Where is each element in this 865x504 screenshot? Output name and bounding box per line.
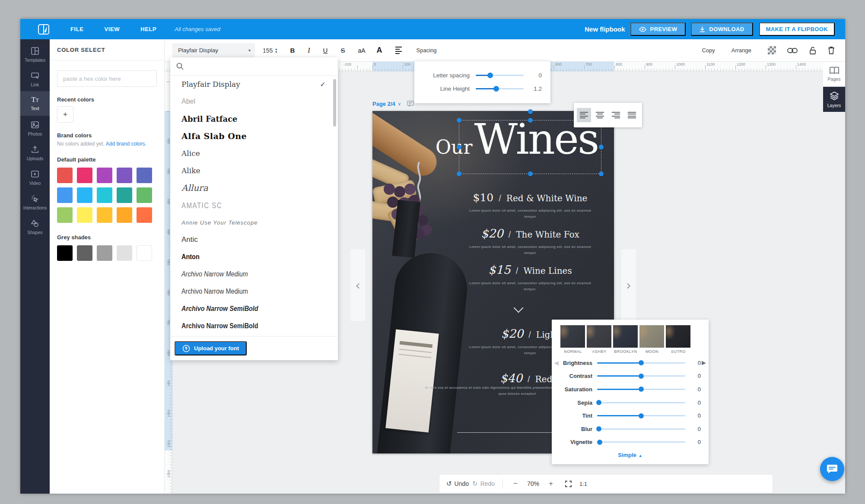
fullscreen-button[interactable] [565, 481, 572, 487]
chat-bubble[interactable] [820, 457, 844, 481]
font-option[interactable]: Archivo Narrow SemiBold [170, 300, 338, 317]
app-logo-icon[interactable] [38, 23, 50, 35]
font-option[interactable]: Abel [170, 93, 338, 110]
menu-view[interactable]: VIEW [105, 26, 120, 32]
font-option[interactable]: Alice [170, 145, 338, 162]
palette-swatch[interactable] [137, 207, 152, 223]
italic-button[interactable]: I [308, 47, 310, 54]
filter-brooklyn[interactable]: BROOKLYN [613, 325, 638, 354]
palette-swatch[interactable] [97, 168, 112, 183]
sepia-slider[interactable] [597, 402, 685, 403]
scrollbar-thumb[interactable] [333, 79, 336, 127]
previous-page-zone[interactable]: ‹ [350, 249, 365, 321]
filters-scroll-left-icon[interactable]: ◀ [554, 359, 559, 366]
upload-font-button[interactable]: Upload your font [175, 341, 247, 355]
copy-button[interactable]: Copy [702, 47, 715, 54]
font-option[interactable]: Amatic SC [170, 197, 338, 214]
font-option[interactable]: Annie Use Your Telescope [170, 214, 338, 231]
line-height-slider[interactable] [476, 88, 524, 89]
rotate-handle[interactable] [528, 109, 533, 114]
grey-swatch[interactable] [97, 245, 112, 261]
font-family-select[interactable]: Playfair Display ▾ [172, 43, 255, 57]
palette-swatch[interactable] [77, 187, 92, 203]
palette-swatch[interactable] [117, 168, 132, 183]
filter-sutro[interactable]: SUTRO [666, 325, 691, 354]
delete-button[interactable] [828, 46, 835, 54]
font-option[interactable]: Abril Fatface [170, 110, 338, 127]
palette-swatch[interactable] [117, 187, 132, 203]
sidebar-item-shapes[interactable]: Shapes [20, 214, 50, 239]
slider-thumb[interactable] [639, 387, 644, 392]
spacing-button[interactable]: Spacing [417, 47, 437, 54]
text-color-button[interactable]: A [377, 46, 382, 55]
palette-swatch[interactable] [97, 207, 112, 223]
link-element-button[interactable] [787, 47, 798, 54]
filter-ashby[interactable]: ASHBY [587, 325, 612, 354]
font-option[interactable]: Archivo Narrow SemiBold [170, 317, 338, 335]
slider-thumb[interactable] [639, 374, 644, 379]
add-brand-colors-link[interactable]: Add brand colors. [106, 141, 146, 147]
font-option[interactable]: Archivo Narrow Medium [170, 266, 338, 283]
filters-scroll-right-icon[interactable]: ▶ [702, 359, 706, 366]
zoom-out-button[interactable]: − [511, 479, 520, 488]
preview-button[interactable]: PREVIEW [630, 22, 686, 36]
palette-swatch[interactable] [57, 187, 73, 203]
stepper-down-icon[interactable]: ▾ [275, 51, 277, 54]
palette-swatch[interactable] [137, 187, 152, 203]
hex-color-input[interactable] [57, 70, 157, 87]
text-case-button[interactable]: aA [358, 47, 365, 54]
blur-slider[interactable] [597, 428, 685, 430]
slider-thumb[interactable] [493, 86, 499, 92]
sidebar-item-link[interactable]: Link [20, 67, 50, 91]
palette-swatch[interactable] [117, 207, 132, 223]
grey-swatch[interactable] [117, 245, 132, 261]
font-option[interactable]: Alfa Slab One [170, 127, 338, 145]
menu-item[interactable]: $10/Red & White Wine Lorem ipsum dolor s… [444, 191, 614, 219]
font-option[interactable]: Allura [170, 179, 338, 197]
font-size-stepper[interactable]: ▴ ▾ [275, 48, 277, 54]
align-right-button[interactable] [609, 108, 623, 122]
simple-toggle[interactable]: Simple▲ [552, 452, 709, 458]
resize-handle[interactable] [457, 118, 461, 123]
letter-spacing-slider[interactable] [476, 75, 524, 76]
font-option[interactable]: Playfair Display ✓ [170, 76, 338, 93]
font-option[interactable]: Antic [170, 231, 338, 248]
selection-box[interactable] [459, 120, 601, 174]
resize-handle[interactable] [457, 171, 461, 176]
font-search-row[interactable] [170, 57, 338, 76]
resize-handle[interactable] [457, 145, 461, 149]
grey-swatch[interactable] [137, 245, 152, 261]
align-center-button[interactable] [593, 108, 607, 122]
sidebar-item-templates[interactable]: Templates [20, 42, 50, 67]
slider-thumb[interactable] [596, 426, 601, 431]
actual-size-button[interactable]: 1:1 [579, 481, 587, 487]
transparency-button[interactable] [768, 46, 776, 54]
menu-file[interactable]: FILE [70, 26, 84, 32]
page-indicator-label[interactable]: Page 2/4 [372, 101, 395, 107]
palette-swatch[interactable] [57, 207, 73, 223]
arrange-button[interactable]: Arrange [731, 47, 751, 54]
font-size-value[interactable]: 155 [263, 47, 273, 54]
palette-swatch[interactable] [137, 168, 152, 183]
palette-swatch[interactable] [97, 187, 112, 203]
text-align-button[interactable] [395, 47, 402, 54]
menu-item[interactable]: $15/Wine Lines Lorem ipsum dolor sit ame… [444, 263, 614, 292]
slider-thumb[interactable] [487, 73, 493, 78]
filter-moon[interactable]: MOON [639, 325, 665, 354]
brightness-slider[interactable] [597, 362, 685, 364]
slider-thumb[interactable] [639, 413, 644, 418]
menu-item[interactable]: $20/The White Fox Lorem ipsum dolor sit … [444, 227, 614, 256]
sidebar-item-text[interactable]: TT Text [20, 91, 50, 116]
make-flipbook-button[interactable]: MAKE IT A FLIPBOOK [759, 22, 835, 36]
palette-swatch[interactable] [77, 207, 92, 223]
redo-button[interactable]: ↻Redo [472, 480, 495, 488]
zoom-in-button[interactable]: + [546, 479, 556, 488]
zoom-level[interactable]: 70% [527, 480, 539, 487]
bold-button[interactable]: B [290, 47, 295, 54]
palette-swatch[interactable] [57, 168, 73, 183]
page-indicator-caret-icon[interactable]: ∨ [398, 101, 401, 106]
filter-normal[interactable]: NORMAL [560, 325, 585, 354]
undo-button[interactable]: ↺Undo [446, 480, 469, 488]
pages-tab[interactable]: Pages [823, 62, 845, 87]
strikethrough-button[interactable]: S [340, 47, 345, 54]
